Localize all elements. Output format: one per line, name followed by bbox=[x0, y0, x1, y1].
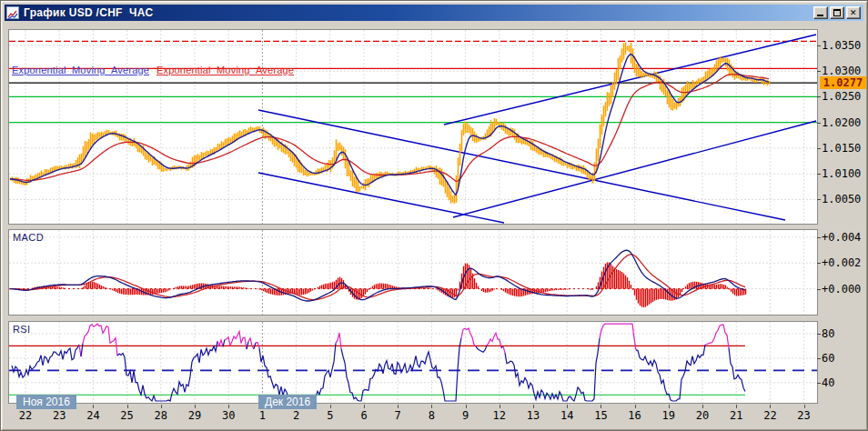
rsi-line bbox=[341, 338, 461, 402]
trend-line bbox=[258, 110, 785, 220]
axis-tick bbox=[817, 199, 821, 200]
trend-line bbox=[258, 173, 504, 223]
day-label: 29 bbox=[181, 409, 208, 422]
month-badge-nov: Ноя 2016 bbox=[16, 395, 76, 409]
day-tick bbox=[804, 405, 805, 408]
day-label: 8 bbox=[418, 409, 445, 422]
macd-axis-label: +0.000 bbox=[822, 283, 867, 296]
price-axis-label: 1.0150 bbox=[822, 142, 867, 155]
rsi-line-overbought bbox=[705, 325, 729, 348]
day-tick bbox=[195, 405, 196, 408]
rsi-line-overbought bbox=[225, 332, 247, 350]
macd-axis-label: +0.002 bbox=[822, 256, 867, 269]
day-tick bbox=[635, 405, 636, 408]
rsi-label: RSI bbox=[13, 324, 31, 335]
ema-indicator-label-blue: Exponential_Moving_Average bbox=[12, 65, 149, 75]
ema-slow-line bbox=[10, 75, 769, 182]
day-tick bbox=[364, 405, 365, 408]
rsi-line-overbought bbox=[503, 346, 505, 353]
day-tick bbox=[93, 405, 94, 408]
day-label: 23 bbox=[45, 409, 73, 422]
day-label: 1 bbox=[248, 409, 276, 422]
day-tick bbox=[702, 405, 703, 408]
day-label: 24 bbox=[79, 409, 106, 422]
price-axis-label: 1.0250 bbox=[822, 90, 867, 103]
day-tick bbox=[669, 405, 670, 408]
axis-tick bbox=[817, 358, 821, 359]
trend-line bbox=[453, 121, 816, 217]
day-tick bbox=[161, 405, 162, 408]
rsi-axis-label: 40 bbox=[822, 376, 867, 389]
rsi-axis-label: 60 bbox=[822, 352, 867, 365]
axis-tick bbox=[817, 289, 821, 290]
day-tick bbox=[770, 405, 771, 408]
day-label: 7 bbox=[384, 409, 411, 422]
day-label: 6 bbox=[350, 409, 378, 422]
macd-axis-label: +0.004 bbox=[822, 231, 867, 244]
day-label: 23 bbox=[791, 409, 818, 422]
day-tick bbox=[466, 405, 467, 408]
day-tick bbox=[601, 405, 601, 408]
rsi-line-overbought bbox=[83, 324, 117, 356]
day-tick bbox=[398, 405, 399, 408]
macd-label: MACD bbox=[13, 232, 44, 243]
day-label: 16 bbox=[621, 409, 649, 422]
day-tick bbox=[567, 405, 568, 408]
day-label: 5 bbox=[317, 409, 344, 422]
price-chart[interactable] bbox=[9, 30, 817, 224]
axis-tick bbox=[817, 174, 821, 175]
day-tick bbox=[330, 405, 331, 408]
day-label: 22 bbox=[756, 409, 783, 422]
rsi-line-overbought bbox=[256, 343, 259, 348]
day-label: 20 bbox=[689, 409, 716, 422]
axis-tick bbox=[817, 71, 821, 72]
axis-tick bbox=[817, 96, 821, 97]
chart-client-area: Exponential_Moving_Average Exponential_M… bbox=[1, 1, 868, 431]
rsi-pane[interactable]: RSI bbox=[8, 321, 818, 404]
day-label: 30 bbox=[215, 409, 242, 422]
rsi-line bbox=[505, 338, 600, 401]
rsi-line bbox=[81, 344, 83, 357]
macd-chart[interactable] bbox=[9, 230, 817, 315]
day-label: 22 bbox=[12, 409, 39, 422]
rsi-line-overbought bbox=[248, 338, 254, 349]
price-axis-label: 1.0200 bbox=[822, 116, 867, 129]
rsi-chart[interactable] bbox=[9, 322, 817, 403]
rsi-axis-label: 80 bbox=[822, 327, 867, 340]
day-label: 28 bbox=[147, 409, 175, 422]
rsi-line-overbought bbox=[461, 328, 476, 346]
axis-tick bbox=[817, 148, 821, 149]
rsi-line bbox=[476, 346, 487, 352]
price-axis-label: 1.0050 bbox=[822, 193, 867, 205]
axis-tick bbox=[817, 334, 821, 335]
day-tick bbox=[431, 405, 432, 408]
axis-tick bbox=[817, 383, 821, 384]
price-pane[interactable]: Exponential_Moving_Average Exponential_M… bbox=[8, 29, 818, 225]
day-tick bbox=[533, 405, 534, 408]
rsi-line bbox=[259, 343, 336, 401]
chart-window: График USD /CHF ЧАС Exponential_Moving_A… bbox=[0, 0, 868, 431]
macd-pane[interactable]: MACD bbox=[8, 229, 818, 316]
day-label: 19 bbox=[655, 409, 682, 422]
day-label: 25 bbox=[114, 409, 141, 422]
axis-tick bbox=[817, 45, 821, 46]
axis-tick bbox=[817, 123, 821, 124]
day-label: 12 bbox=[486, 409, 513, 422]
axis-tick bbox=[817, 237, 821, 238]
price-axis-label: 1.0350 bbox=[822, 39, 867, 52]
day-label: 13 bbox=[520, 409, 547, 422]
month-badge-dec: Дек 2016 bbox=[258, 395, 317, 409]
ema-indicator-label-red: Exponential_Moving_Average bbox=[156, 65, 294, 75]
day-label: 15 bbox=[587, 409, 614, 422]
day-tick bbox=[127, 405, 128, 408]
day-label: 2 bbox=[283, 409, 310, 422]
price-axis-label: 1.0100 bbox=[822, 167, 867, 180]
day-label: 14 bbox=[553, 409, 580, 422]
rsi-line bbox=[12, 345, 79, 377]
day-tick bbox=[736, 405, 737, 408]
axis-tick bbox=[817, 263, 821, 264]
day-label: 21 bbox=[722, 409, 750, 422]
day-label: 9 bbox=[452, 409, 479, 422]
day-tick bbox=[500, 405, 500, 408]
rsi-line bbox=[636, 345, 705, 401]
